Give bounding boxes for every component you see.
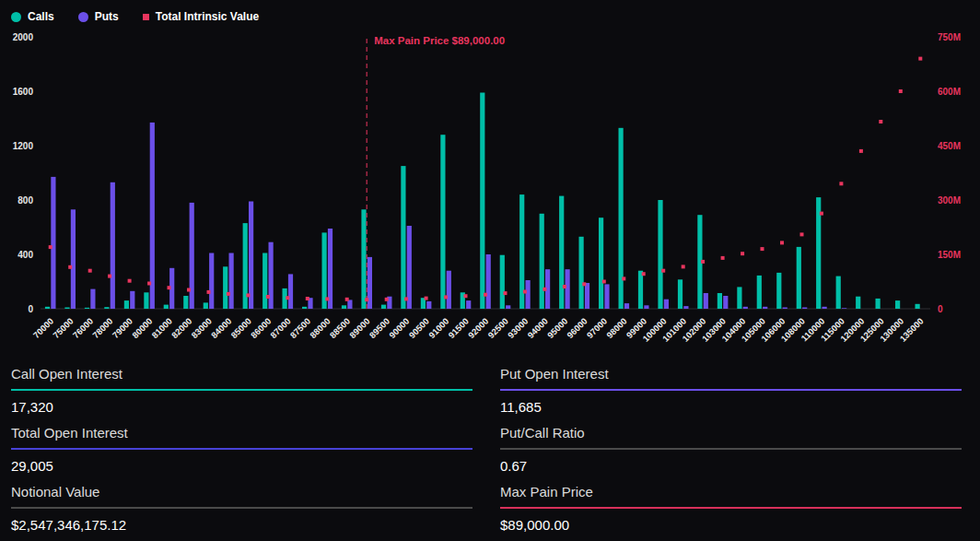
- stat-label-max-pain-price: Max Pain Price: [500, 484, 962, 507]
- svg-text:92500: 92500: [485, 316, 509, 340]
- max-pain-options-dashboard: Calls Puts Total Intrinsic Value 0400800…: [0, 0, 980, 541]
- legend-label-total-intrinsic-value: Total Intrinsic Value: [156, 10, 259, 23]
- open-interest-by-strike-chart[interactable]: 04008001200160020000150M300M450M600M750M…: [0, 29, 980, 352]
- svg-text:800: 800: [18, 195, 33, 206]
- svg-text:86000: 86000: [249, 316, 273, 340]
- svg-text:75000: 75000: [51, 316, 75, 340]
- stat-label-put-open-interest: Put Open Interest: [500, 366, 962, 389]
- legend-item-puts[interactable]: Puts: [78, 10, 119, 23]
- svg-text:76000: 76000: [71, 316, 95, 340]
- svg-text:78000: 78000: [90, 316, 114, 340]
- svg-text:93000: 93000: [506, 316, 530, 340]
- stat-label-notional-value: Notional Value: [11, 484, 472, 507]
- stat-max-pain-price: Max Pain Price$89,000.00: [500, 474, 962, 533]
- stat-value-max-pain-price: $89,000.00: [500, 509, 962, 533]
- svg-text:80000: 80000: [130, 316, 154, 340]
- svg-text:89500: 89500: [368, 316, 391, 340]
- stat-value-notional-value: $2,547,346,175.12: [11, 509, 472, 533]
- svg-text:88000: 88000: [308, 316, 332, 340]
- legend-item-total-intrinsic-value[interactable]: Total Intrinsic Value: [143, 10, 259, 23]
- svg-text:88500: 88500: [328, 316, 352, 340]
- svg-text:0: 0: [28, 304, 33, 314]
- svg-text:750M: 750M: [938, 32, 961, 42]
- svg-text:84000: 84000: [209, 316, 233, 340]
- legend-label-calls: Calls: [28, 10, 54, 23]
- svg-text:1200: 1200: [13, 141, 34, 151]
- svg-text:83000: 83000: [189, 316, 213, 340]
- svg-text:98000: 98000: [604, 316, 628, 340]
- svg-text:97000: 97000: [585, 316, 609, 340]
- stat-value-put-open-interest: 11,685: [500, 391, 962, 415]
- svg-text:79000: 79000: [111, 316, 134, 340]
- stats-grid: Call Open Interest17,320Put Open Interes…: [0, 352, 980, 533]
- stat-total-open-interest: Total Open Interest29,005: [11, 415, 472, 474]
- svg-text:87000: 87000: [268, 316, 292, 340]
- svg-text:Max Pain Price $89,000.00: Max Pain Price $89,000.00: [374, 35, 505, 46]
- stat-put-open-interest: Put Open Interest11,685: [500, 356, 962, 415]
- puts-legend-marker-icon: [78, 12, 88, 22]
- stat-value-put-call-ratio: 0.67: [500, 450, 962, 474]
- svg-text:0: 0: [938, 304, 943, 314]
- chart-legend: Calls Puts Total Intrinsic Value: [0, 0, 980, 29]
- svg-text:2000: 2000: [13, 32, 34, 42]
- stat-value-call-open-interest: 17,320: [11, 391, 472, 415]
- stat-notional-value: Notional Value$2,547,346,175.12: [11, 474, 472, 533]
- svg-text:91000: 91000: [426, 316, 450, 340]
- stat-value-total-open-interest: 29,005: [11, 450, 472, 474]
- svg-text:600M: 600M: [938, 87, 961, 97]
- svg-text:87500: 87500: [288, 316, 312, 340]
- svg-text:94000: 94000: [525, 316, 549, 340]
- stat-label-put-call-ratio: Put/Call Ratio: [500, 425, 962, 448]
- svg-text:96000: 96000: [565, 316, 589, 340]
- svg-text:90500: 90500: [407, 316, 431, 340]
- stat-put-call-ratio: Put/Call Ratio0.67: [500, 415, 962, 474]
- svg-text:89000: 89000: [347, 316, 371, 340]
- stat-label-call-open-interest: Call Open Interest: [11, 366, 472, 389]
- svg-text:300M: 300M: [938, 195, 961, 206]
- svg-text:95000: 95000: [545, 316, 569, 340]
- svg-text:400: 400: [18, 250, 33, 260]
- legend-label-puts: Puts: [95, 10, 119, 23]
- svg-text:82000: 82000: [169, 316, 193, 340]
- svg-text:91500: 91500: [446, 316, 470, 340]
- svg-text:92000: 92000: [466, 316, 490, 340]
- legend-item-calls[interactable]: Calls: [11, 10, 54, 23]
- svg-text:81000: 81000: [149, 316, 173, 340]
- stat-call-open-interest: Call Open Interest17,320: [11, 356, 472, 415]
- svg-text:85000: 85000: [228, 316, 252, 340]
- svg-text:70000: 70000: [31, 316, 55, 340]
- svg-text:1600: 1600: [13, 87, 34, 97]
- svg-text:150M: 150M: [938, 250, 961, 260]
- calls-legend-marker-icon: [11, 12, 21, 22]
- intrinsic-legend-marker-icon: [143, 14, 149, 20]
- svg-text:450M: 450M: [938, 141, 961, 151]
- stat-label-total-open-interest: Total Open Interest: [11, 425, 472, 448]
- svg-text:90000: 90000: [387, 316, 411, 340]
